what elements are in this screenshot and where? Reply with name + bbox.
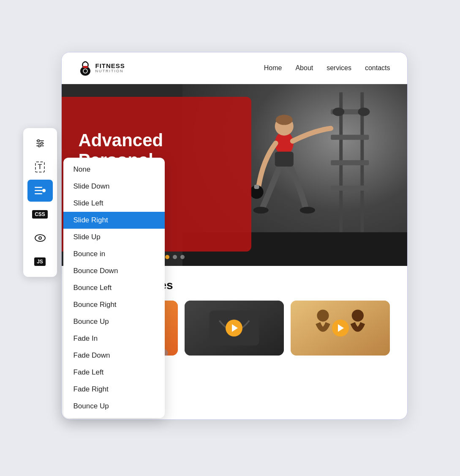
dropdown-bounce-up-2[interactable]: Bounce Up xyxy=(63,398,165,415)
toolbar-js[interactable]: JS xyxy=(27,251,53,273)
animation-dropdown: None Slide Down Slide Left Slide Right S… xyxy=(63,158,165,418)
site-nav: FITNESS NUTRITION Home About services co… xyxy=(62,52,407,84)
dot-1[interactable] xyxy=(165,255,169,259)
dropdown-slide-down[interactable]: Slide Down xyxy=(63,178,165,195)
svg-rect-15 xyxy=(275,152,294,167)
site-logo: FITNESS NUTRITION xyxy=(79,60,125,76)
nav-home[interactable]: Home xyxy=(264,64,282,71)
eye-icon xyxy=(35,234,46,242)
nav-services[interactable]: services xyxy=(327,64,351,71)
svg-point-33 xyxy=(38,145,40,147)
outer-container: FITNESS NUTRITION Home About services co… xyxy=(19,27,441,449)
svg-rect-35 xyxy=(35,190,42,191)
nav-links: Home About services contacts xyxy=(264,64,390,72)
toolbar-css[interactable]: CSS xyxy=(27,203,53,225)
svg-point-10 xyxy=(358,107,370,116)
svg-point-18 xyxy=(253,207,268,213)
svg-point-29 xyxy=(37,140,39,142)
text-box-icon: T xyxy=(35,161,45,172)
svg-rect-4 xyxy=(360,92,364,253)
svg-rect-36 xyxy=(35,193,42,194)
kettlebell-icon xyxy=(79,60,92,76)
svg-point-19 xyxy=(300,207,315,213)
dot-3[interactable] xyxy=(180,255,185,259)
dot-2[interactable] xyxy=(173,255,177,259)
svg-point-37 xyxy=(42,189,46,192)
svg-rect-3 xyxy=(339,92,343,253)
dropdown-fade-down[interactable]: Fade Down xyxy=(63,347,165,364)
hero-dots xyxy=(165,255,185,259)
dropdown-bounce-down[interactable]: Bounce Down xyxy=(63,263,165,279)
dropdown-slide-right[interactable]: Slide Right xyxy=(63,212,165,229)
svg-point-14 xyxy=(276,115,293,125)
play-button-2[interactable] xyxy=(226,320,242,336)
dropdown-slide-left[interactable]: Slide Left xyxy=(63,195,165,212)
svg-point-9 xyxy=(332,107,344,116)
svg-rect-17 xyxy=(254,185,259,189)
dropdown-fade-in[interactable]: Fade In xyxy=(63,330,165,347)
dropdown-slide-up[interactable]: Slide Up xyxy=(63,229,165,246)
nav-contacts[interactable]: contacts xyxy=(365,64,390,71)
svg-rect-6 xyxy=(331,135,369,140)
dropdown-bounce-in[interactable]: Bounce in xyxy=(63,246,165,263)
dropdown-fade-left[interactable]: Fade Left xyxy=(63,364,165,381)
left-toolbar: T CSS JS xyxy=(23,128,57,277)
toolbar-animation[interactable] xyxy=(27,180,53,202)
play-button-3[interactable] xyxy=(332,320,349,336)
css-icon: CSS xyxy=(32,210,48,219)
course-card-2[interactable] xyxy=(185,301,284,356)
svg-point-40 xyxy=(39,237,41,239)
dropdown-bounce-right[interactable]: Bounce Right xyxy=(63,296,165,313)
toolbar-eye[interactable] xyxy=(27,227,53,249)
svg-point-26 xyxy=(317,309,329,321)
svg-point-31 xyxy=(41,142,43,145)
dropdown-none[interactable]: None xyxy=(63,161,165,178)
course-card-3[interactable] xyxy=(291,301,390,356)
svg-point-27 xyxy=(352,309,364,321)
nav-about[interactable]: About xyxy=(295,64,313,71)
dropdown-bounce-left[interactable]: Bounce Left xyxy=(63,279,165,296)
dropdown-bounce-up[interactable]: Bounce Up xyxy=(63,313,165,330)
animation-icon xyxy=(35,187,46,194)
dropdown-fade-right[interactable]: Fade Right xyxy=(63,381,165,398)
sliders-icon xyxy=(35,138,45,148)
svg-rect-1 xyxy=(83,66,88,68)
logo-text: FITNESS NUTRITION xyxy=(95,63,125,74)
svg-rect-34 xyxy=(35,187,42,188)
toolbar-text[interactable]: T xyxy=(27,156,53,178)
toolbar-sliders[interactable] xyxy=(27,132,53,154)
svg-rect-7 xyxy=(331,160,369,165)
js-icon: JS xyxy=(34,257,46,266)
svg-rect-8 xyxy=(331,186,369,191)
